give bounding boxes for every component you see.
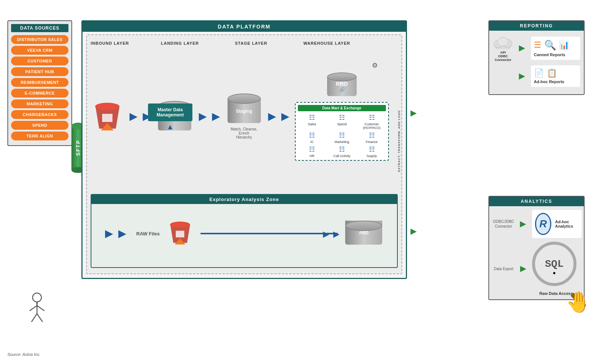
canned-reports-box: ☰ 🔍 📊 Canned Reports (531, 37, 580, 60)
exploratory-flow: ►► RAW Files (91, 208, 397, 259)
hand-icon: 🤚 (566, 290, 591, 314)
etl-section: EXTRACT, TRANSFORM, AND LOAD (392, 54, 398, 179)
source-veeva: VEEVA CRM (11, 46, 68, 55)
doc-icon: 📄 (534, 68, 544, 78)
mdm-box: Master Data Management (148, 103, 192, 121)
svg-point-0 (33, 293, 41, 302)
analytics-panel: ANALYTICS ODBC/JDBCConnector ► R Ad-hoc … (488, 196, 585, 300)
svg-rect-13 (176, 231, 184, 237)
adhoc-analytics-box: R Ad-hoc Analytics (532, 210, 582, 238)
api-connector-row: APIODBCConnector ► ☰ 🔍 📊 Canned Reports (493, 34, 580, 62)
db-dot: ● (553, 270, 556, 276)
arrow2: ►► (196, 110, 222, 123)
dm-call-activity: ☷ Call Activity (328, 145, 356, 158)
layer-headers: INBOUND LAYER LANDING LAYER STAGE LAYER … (91, 40, 398, 46)
reporting-title: REPORTING (489, 21, 584, 31)
analytics-arrow1: ► (518, 218, 528, 230)
source-ecommerce: E-COMMERCE (11, 89, 68, 98)
svg-point-12 (170, 221, 190, 227)
dm-marketing: ☷ Marketing (328, 131, 356, 144)
reporting-panel: REPORTING APIODBCConnector ► (488, 20, 585, 95)
ard-cylinder: ARD (345, 215, 386, 252)
dm-sales: ☷ Sales (298, 113, 326, 130)
source-patient: PATIENT HUB (11, 67, 68, 76)
main-container: DATA SOURCES DISTRIBUTOR SALES VEEVA CRM… (0, 0, 592, 364)
sftp-label: SFTP (75, 140, 81, 156)
platform-to-reporting-arrow: ► (408, 107, 419, 119)
magnifier-circle: SQL ● (532, 242, 576, 286)
warehouse-header: WAREHOUSE LAYER (303, 40, 350, 46)
datamart-grid: ☷ Sales ☷ Spend ☷ Customer(HCP/HCO) (298, 113, 386, 158)
match-cleanse-label: Match, Cleanse, Enrich Hierarchy (226, 127, 263, 139)
data-sources-panel: DATA SOURCES DISTRIBUTOR SALES VEEVA CRM… (7, 20, 72, 146)
etl-label: EXTRACT, TRANSFORM, AND LOAD (397, 61, 401, 172)
inbound-header: INBOUND LAYER (91, 40, 139, 46)
inbound-bucket (91, 101, 124, 132)
exp-arrow-in: ►► (102, 227, 129, 240)
analytics-arrow2: ► (518, 263, 528, 275)
svg-rect-9 (102, 114, 112, 122)
svg-line-2 (30, 306, 37, 311)
mdm-section: Master Data Management ▲ (148, 103, 192, 131)
adhoc-reports-box: 📄 📋 Ad-hoc Reports (531, 65, 580, 87)
adhoc-label: Ad-hoc Reports (534, 79, 577, 84)
person-figure (24, 292, 50, 327)
source-customer: CUSTOMER (11, 57, 68, 65)
arrow3: ►► (266, 110, 292, 123)
search-icon: 🔍 (544, 40, 556, 51)
raw-data-box: SQL ● 🤚 Raw Data Access (532, 242, 580, 296)
platform-to-analytics-arrow: ► (408, 225, 419, 237)
r-logo: R (535, 213, 552, 235)
data-export-label: Data Export (493, 267, 514, 271)
canned-label: Canned Reports (534, 52, 577, 57)
svg-point-8 (95, 103, 120, 110)
svg-line-5 (37, 314, 43, 322)
reporting-arrow1: ► (517, 42, 527, 54)
cloud-api-block: APIODBCConnector (493, 34, 513, 62)
dm-supply: ☷ Supply (357, 145, 386, 158)
data-sources-title: DATA SOURCES (11, 24, 68, 32)
analytics-inner: ODBC/JDBCConnector ► R Ad-hoc Analytics … (489, 206, 584, 299)
exp-bucket (167, 219, 193, 248)
raw-files-label: RAW Files (136, 231, 160, 237)
warehouse-content: ⚙ RRD 🔗 (295, 72, 389, 161)
source-text: Source: Axtria Inc. (7, 352, 40, 357)
chart-icon: 📊 (559, 40, 569, 50)
landing-header: LANDING LAYER (161, 40, 215, 46)
datamart-title: Data Mart & Exchange (298, 105, 386, 111)
dm-customer: ☷ Customer(HCP/HCO) (357, 113, 386, 130)
source-chargebacks: CHARGEBACKS (11, 110, 68, 119)
svg-marker-6 (36, 303, 38, 308)
platform-inner: INBOUND LAYER LANDING LAYER STAGE LAYER … (86, 34, 402, 274)
canned-icons: ☰ 🔍 📊 (534, 40, 577, 51)
exp-long-arrow: ►► (201, 233, 338, 234)
rrd-cylinder: RRD 🔗 (295, 72, 389, 98)
source-terralign: TERR ALIGN (11, 132, 68, 140)
gear-icon: ⚙ (372, 61, 378, 69)
source-spend: SPEND (11, 121, 68, 130)
odbc-row: ODBC/JDBCConnector ► R Ad-hoc Analytics (493, 210, 580, 238)
list-icon: ☰ (534, 40, 541, 50)
odbc-label: ODBC/JDBCConnector (493, 219, 514, 229)
dm-spend: ☷ Spend (328, 113, 356, 130)
doc2-icon: 📋 (547, 68, 557, 78)
svg-point-18 (497, 37, 508, 46)
svg-line-4 (31, 314, 37, 322)
data-export-row: Data Export ► SQL ● 🤚 Ra (493, 242, 580, 296)
exploratory-zone: Exploratory Analysis Zone ►► RAW Files (91, 194, 398, 268)
source-reimbursement: REIMBURSEMENT (11, 78, 68, 87)
datamart-exchange: Data Mart & Exchange ☷ Sales ☷ Spend (295, 102, 389, 161)
dm-ic: ☷ IC (298, 131, 326, 144)
analytics-title: ANALYTICS (489, 197, 584, 206)
mdm-arrow: ▲ (148, 123, 192, 131)
adhoc-reports-row: ► 📄 📋 Ad-hoc Reports (493, 65, 580, 87)
dm-hr: ☷ HR (298, 145, 326, 158)
sql-text: SQL (545, 258, 564, 270)
source-distributor: DISTRIBUTOR SALES (11, 35, 68, 44)
dm-finance: ☷ Finance (357, 131, 386, 144)
svg-line-3 (37, 306, 44, 311)
magnifier-graphic: SQL ● (532, 242, 580, 290)
magnifier-container: SQL ● 🤚 (532, 242, 580, 290)
staging-cylinder: Staging Match, Cleanse, Enrich Hierarchy (226, 93, 263, 139)
exploratory-title: Exploratory Analysis Zone (91, 195, 397, 204)
